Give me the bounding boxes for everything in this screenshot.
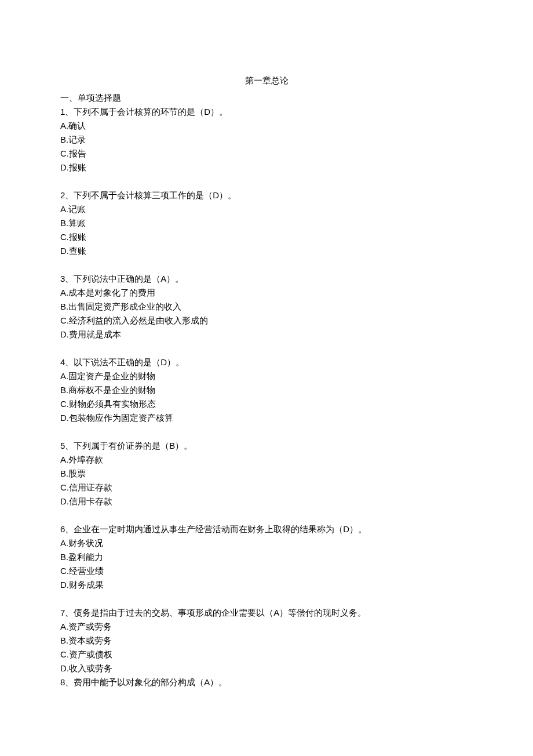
question-option: A.财务状况	[60, 536, 473, 550]
spacer	[60, 592, 473, 606]
question-option: C.资产或债权	[60, 648, 473, 662]
question-option: B.算账	[60, 216, 473, 230]
question-option: B.资本或劳务	[60, 634, 473, 648]
question-option: C.报账	[60, 230, 473, 244]
chapter-title: 第一章总论	[60, 74, 473, 88]
question-option: D.报账	[60, 161, 473, 175]
question-option: D.财务成果	[60, 578, 473, 592]
spacer	[60, 258, 473, 272]
question-option: D.收入或劳务	[60, 662, 473, 675]
question-option: B.股票	[60, 467, 473, 481]
question-stem: 4、以下说法不正确的是（D）。	[60, 355, 473, 369]
question-stem: 2、下列不属于会计核算三项工作的是（D）。	[60, 188, 473, 202]
question-option: D.费用就是成本	[60, 328, 473, 341]
question-option: A.资产或劳务	[60, 620, 473, 634]
question-option: B.出售固定资产形成企业的收入	[60, 300, 473, 314]
question-option: C.财物必须具有实物形态	[60, 397, 473, 411]
question-option: A.记账	[60, 202, 473, 216]
spacer	[60, 508, 473, 522]
question-option: A.外埠存款	[60, 453, 473, 467]
question-option: A.确认	[60, 119, 473, 133]
question-option: D.包装物应作为固定资产核算	[60, 411, 473, 425]
document-page: 第一章总论 一、单项选择题 1、下列不属于会计核算的环节的是（D）。 A.确认 …	[0, 0, 533, 724]
section-heading: 一、单项选择题	[60, 91, 473, 105]
question-option: A.成本是对象化了的费用	[60, 286, 473, 300]
question-option: B.盈利能力	[60, 550, 473, 564]
question-stem: 1、下列不属于会计核算的环节的是（D）。	[60, 105, 473, 119]
question-option: C.经营业绩	[60, 564, 473, 578]
question-option: C.经济利益的流入必然是由收入形成的	[60, 314, 473, 328]
question-option: A.固定资产是企业的财物	[60, 369, 473, 383]
question-option: B.商标权不是企业的财物	[60, 383, 473, 397]
question-option: C.报告	[60, 147, 473, 161]
question-stem: 8、费用中能予以对象化的部分构成（A）。	[60, 675, 473, 689]
question-option: B.记录	[60, 133, 473, 147]
question-option: C.信用证存款	[60, 481, 473, 495]
question-stem: 3、下列说法中正确的是（A）。	[60, 272, 473, 286]
spacer	[60, 341, 473, 355]
question-option: D.查账	[60, 244, 473, 258]
question-stem: 5、下列属于有价证券的是（B）。	[60, 439, 473, 453]
question-stem: 7、债务是指由于过去的交易、事项形成的企业需要以（A）等偿付的现时义务。	[60, 606, 473, 620]
question-option: D.信用卡存款	[60, 495, 473, 508]
spacer	[60, 425, 473, 439]
spacer	[60, 175, 473, 188]
question-stem: 6、企业在一定时期内通过从事生产经营活动而在财务上取得的结果称为（D）。	[60, 522, 473, 536]
